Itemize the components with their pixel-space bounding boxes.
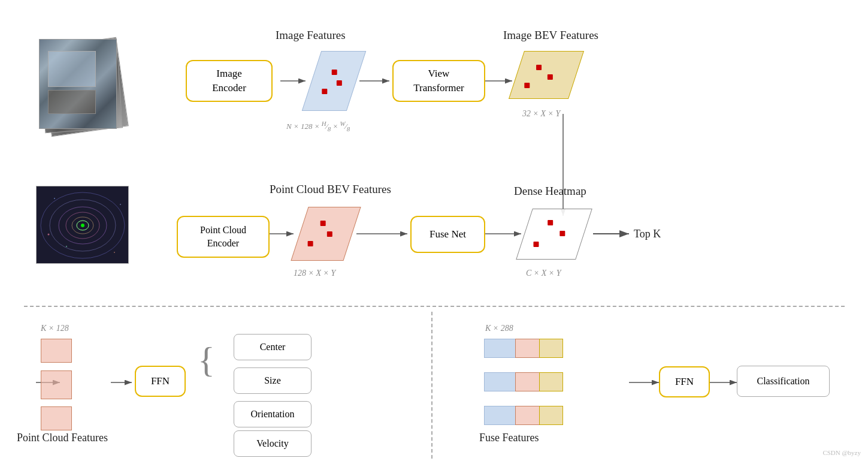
dim-128xy-label: 128 × X × Y xyxy=(294,269,335,278)
orientation-box: Orientation xyxy=(234,401,311,427)
svg-point-23 xyxy=(120,204,121,205)
watermark: CSDN @byzy xyxy=(822,449,861,456)
fuse-features-label: Fuse Features xyxy=(479,432,539,444)
ffn-left-label: FFN xyxy=(151,375,170,387)
fuse-net-label: Fuse Net xyxy=(430,228,466,240)
dense-heatmap-label: Dense Heatmap xyxy=(514,185,586,198)
top-k-label: Top K xyxy=(634,228,661,240)
ffn-right-box: FFN xyxy=(659,366,710,397)
feat-vec-top xyxy=(41,339,72,363)
velocity-label: Velocity xyxy=(256,438,288,449)
size-label: Size xyxy=(264,375,281,386)
feat-vec-mid xyxy=(41,370,72,399)
ffn-right-label: FFN xyxy=(675,376,694,388)
classification-box: Classification xyxy=(737,366,830,397)
svg-point-24 xyxy=(48,234,50,236)
svg-point-22 xyxy=(54,198,55,199)
center-box: Center xyxy=(234,334,311,360)
classification-label: Classification xyxy=(757,376,810,387)
fuse-feat-row1 xyxy=(484,339,563,358)
image-encoder-label: Image Encoder xyxy=(212,67,246,95)
k128-label: K × 128 xyxy=(41,324,69,333)
k288-label: K × 288 xyxy=(485,324,513,333)
dim-n128hw-label: N × 128 × H⁄8 × W⁄8 xyxy=(286,120,350,132)
fuse-feat-row3 xyxy=(484,406,563,425)
diagram-container: Image Encoder Image Features N × 128 × H… xyxy=(0,0,868,461)
image-encoder-box: Image Encoder xyxy=(186,60,273,102)
ffn-left-box: FFN xyxy=(135,366,186,397)
velocity-box: Velocity xyxy=(234,430,311,457)
vertical-divider xyxy=(431,312,433,459)
orientation-label: Orientation xyxy=(251,409,295,420)
pc-bev-label: Point Cloud BEV Features xyxy=(270,183,391,196)
view-transformer-box: View Transformer xyxy=(392,60,485,102)
center-label: Center xyxy=(260,342,286,352)
image-bev-para xyxy=(509,51,584,99)
fuse-net-box: Fuse Net xyxy=(410,216,485,253)
horizontal-divider xyxy=(24,306,845,307)
camera-image xyxy=(36,36,132,138)
image-bev-label: Image BEV Features xyxy=(503,29,598,42)
dim-cxy-label: C × X × Y xyxy=(526,269,561,278)
dense-heatmap-para xyxy=(516,209,592,260)
image-features-label: Image Features xyxy=(276,29,346,42)
pc-bev-para xyxy=(291,207,361,261)
view-transformer-label: View Transformer xyxy=(413,67,464,95)
fuse-feat-row2 xyxy=(484,372,563,391)
svg-point-25 xyxy=(114,252,115,253)
curly-brace: { xyxy=(198,342,215,378)
size-box: Size xyxy=(234,367,311,394)
dim-32xy-label: 32 × X × Y xyxy=(522,109,560,119)
image-features-para xyxy=(302,51,366,111)
lidar-image xyxy=(36,186,129,264)
feat-vec-bot xyxy=(41,406,72,430)
point-cloud-features-label: Point Cloud Features xyxy=(17,432,108,444)
svg-point-21 xyxy=(81,224,84,227)
svg-point-26 xyxy=(66,246,67,247)
point-cloud-encoder-label: Point Cloud Encoder xyxy=(200,224,246,251)
point-cloud-encoder-box: Point Cloud Encoder xyxy=(177,216,270,258)
